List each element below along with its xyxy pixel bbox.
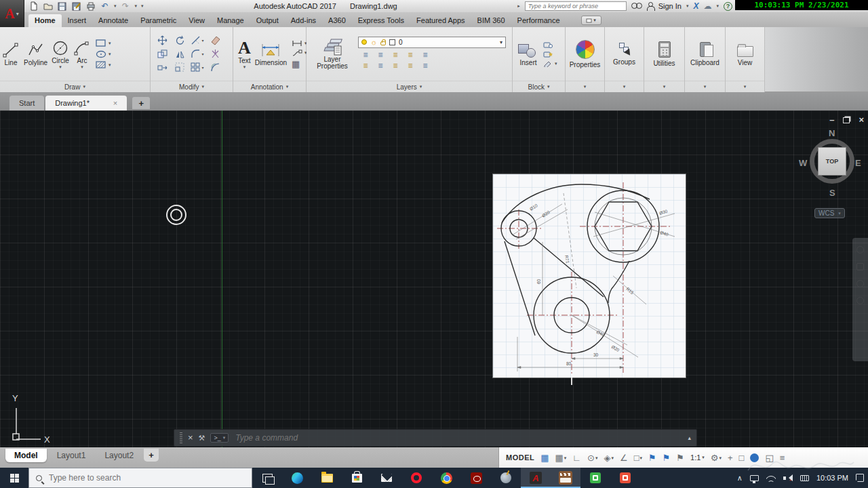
doc-close-icon[interactable]: × xyxy=(859,116,864,124)
start-button[interactable] xyxy=(0,468,28,488)
stretch-button[interactable] xyxy=(157,62,167,73)
layer-properties-button[interactable]: Layer Properties xyxy=(311,37,354,70)
image-grip[interactable] xyxy=(571,378,572,385)
navigation-bar[interactable] xyxy=(852,238,868,361)
wifi-icon[interactable] xyxy=(766,474,776,482)
taskbar-clock[interactable]: 10:03 PM xyxy=(816,474,848,482)
text-button[interactable]: A Text ▾ xyxy=(236,39,253,70)
search-history-caret-icon[interactable]: ▸ xyxy=(517,3,520,9)
trim-button[interactable]: ▾ xyxy=(191,35,203,45)
sign-in-link[interactable]: Sign In xyxy=(658,2,682,10)
file-tab-start[interactable]: Start xyxy=(9,96,44,110)
polyline-button[interactable]: Polyline xyxy=(22,41,50,67)
copy-button[interactable] xyxy=(157,49,167,59)
redo-button[interactable]: ↷ xyxy=(121,1,131,12)
arc-button[interactable]: Arc ▾ xyxy=(71,39,93,70)
recent-commands-button[interactable]: >_ ▾ xyxy=(210,433,229,443)
isometric-drafting-toggle[interactable]: ◈▾ xyxy=(604,453,614,462)
annotation-scale-value[interactable]: 1:1▾ xyxy=(690,453,705,462)
file-tab-drawing1[interactable]: Drawing1* × xyxy=(45,96,127,110)
save-icon[interactable] xyxy=(57,1,67,12)
insert-block-button[interactable]: Insert xyxy=(516,41,540,67)
annotation-scale-icon[interactable]: ⚑ xyxy=(676,453,684,462)
undo-dropdown-icon[interactable]: ▾ xyxy=(114,3,117,9)
layer-off-button[interactable]: ≡ xyxy=(363,52,368,59)
search-binoculars-icon[interactable] xyxy=(631,3,642,9)
table-button[interactable]: ▦ xyxy=(292,60,307,68)
sign-in-dropdown-icon[interactable]: ▾ xyxy=(686,3,689,9)
file-tab-close-icon[interactable]: × xyxy=(113,99,117,107)
a360-cloud-icon[interactable]: ☁ xyxy=(703,1,711,11)
leader-button[interactable]: ▾ xyxy=(292,49,307,57)
grid-display-toggle[interactable]: ▦ xyxy=(540,453,549,462)
rectangle-button[interactable]: ▾ xyxy=(96,39,111,47)
define-attributes-button[interactable] xyxy=(543,51,557,58)
redo-dropdown-icon[interactable]: ▾ xyxy=(135,3,138,9)
action-center-button[interactable] xyxy=(856,474,864,482)
edge-app-button[interactable] xyxy=(282,468,312,488)
layer-unlock-all-button[interactable]: ≡ xyxy=(408,62,412,70)
panel-clipboard-footer[interactable]: ▾ xyxy=(685,81,725,92)
viewcube-south[interactable]: S xyxy=(829,188,835,198)
chrome-app-button[interactable] xyxy=(431,468,461,488)
explode-button[interactable] xyxy=(210,49,220,59)
circle-button[interactable]: Circle ▾ xyxy=(50,39,71,70)
layer-lock-button[interactable]: ≡ xyxy=(408,52,412,59)
layer-current-button[interactable]: ≡ xyxy=(422,62,427,70)
edit-block-button[interactable]: ▾ xyxy=(543,60,557,67)
layer-isolate-button[interactable]: ≡ xyxy=(378,52,382,59)
panel-modify-footer[interactable]: Modify▾ xyxy=(151,81,233,92)
save-as-icon[interactable] xyxy=(71,1,81,12)
move-button[interactable] xyxy=(157,35,167,45)
viewcube-west[interactable]: W xyxy=(799,158,807,168)
red-app-button[interactable] xyxy=(610,468,640,488)
panel-groups-footer[interactable]: ▾ xyxy=(605,81,644,92)
viewcube[interactable]: N W TOP E S WCS ▾ xyxy=(804,129,862,224)
annotation-visibility-toggle[interactable]: ⚑ xyxy=(648,453,656,462)
offset-button[interactable] xyxy=(210,62,220,73)
movie-app-button[interactable] xyxy=(551,468,580,488)
tab-bim-360[interactable]: BIM 360 xyxy=(471,14,511,27)
application-menu-button[interactable]: A ▾ xyxy=(0,0,24,27)
create-block-button[interactable] xyxy=(543,41,557,48)
tab-parametric[interactable]: Parametric xyxy=(134,14,182,27)
layer-thaw-all-button[interactable]: ≡ xyxy=(393,62,397,70)
command-line[interactable]: × ⚒ >_ ▾ ▴ xyxy=(174,429,697,447)
drawing-canvas[interactable]: – × xyxy=(0,110,868,447)
command-input[interactable] xyxy=(234,432,682,443)
line-button[interactable]: Line xyxy=(0,41,22,67)
tab-add-ins[interactable]: Add-ins xyxy=(285,14,322,27)
properties-wheel-icon[interactable] xyxy=(576,40,595,59)
units-button[interactable]: □ xyxy=(739,453,745,462)
input-language-icon[interactable] xyxy=(800,475,809,481)
new-drawing-tab-button[interactable]: + xyxy=(132,97,150,109)
new-file-icon[interactable] xyxy=(28,1,39,12)
erase-button[interactable] xyxy=(210,35,220,45)
orbit-icon[interactable] xyxy=(856,297,864,304)
panel-layers-footer[interactable]: Layers▾ xyxy=(307,81,512,92)
rotate-button[interactable] xyxy=(175,35,185,45)
undo-button[interactable]: ↶ xyxy=(100,1,110,12)
tab-annotate[interactable]: Annotate xyxy=(92,14,134,27)
pan-icon[interactable] xyxy=(856,263,864,270)
viewcube-east[interactable]: E xyxy=(855,158,861,168)
tab-view[interactable]: View xyxy=(182,14,211,27)
hidden-icons-button[interactable]: ∧ xyxy=(737,474,743,483)
inserted-image[interactable]: Ø10 Ø20 R71 60 Ø30 Ø40 R15 Ø40 Ø20 30 80 xyxy=(493,174,686,378)
tab-model[interactable]: Model xyxy=(5,449,47,462)
hatch-button[interactable]: ▾ xyxy=(96,61,111,69)
tab-home[interactable]: Home xyxy=(28,14,62,27)
model-space-indicator[interactable]: MODEL xyxy=(506,453,534,462)
panel-annotation-footer[interactable]: Annotation▾ xyxy=(233,81,306,92)
snap-mode-toggle[interactable]: ▦▾ xyxy=(555,453,567,462)
globe-app-button[interactable] xyxy=(491,468,521,488)
acrobat-app-button[interactable] xyxy=(461,468,491,488)
viewcube-north[interactable]: N xyxy=(829,128,835,138)
clean-screen-button[interactable] xyxy=(750,453,759,462)
annotation-autoscale-toggle[interactable]: ⚑ xyxy=(663,453,671,462)
tab-a360[interactable]: A360 xyxy=(322,14,352,27)
keyword-search-input[interactable] xyxy=(525,1,627,11)
layer-select-dropdown[interactable]: ☼ 0 ▾ xyxy=(358,37,506,48)
object-snap-tracking-toggle[interactable]: ∠ xyxy=(620,453,628,462)
mail-app-button[interactable] xyxy=(372,468,401,488)
